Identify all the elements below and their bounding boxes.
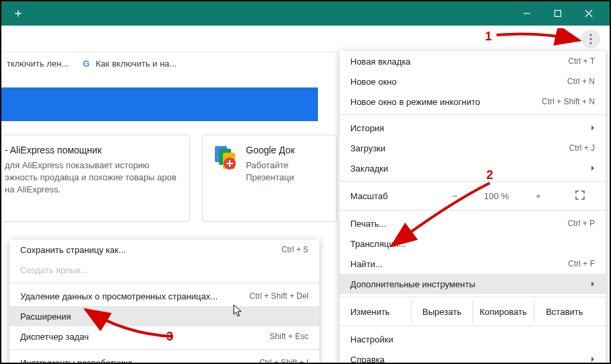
banner-bar <box>0 87 318 121</box>
main-menu-button[interactable] <box>581 30 600 48</box>
new-tab-button[interactable] <box>8 3 28 24</box>
extension-card[interactable]: Google Док РаботайтеПрезентаци <box>202 135 337 222</box>
menu-item-more-tools[interactable]: Дополнительные инструменты <box>340 274 606 294</box>
submenu-item-create-shortcut: Создать ярлык... <box>9 260 319 280</box>
svg-rect-9 <box>229 160 230 167</box>
fullscreen-icon[interactable] <box>565 190 595 202</box>
card-title: - AliExpress помощник <box>5 145 180 155</box>
close-button[interactable] <box>573 1 604 26</box>
menu-item-new-window[interactable]: Новое окноCtrl + N <box>340 71 606 92</box>
more-tools-submenu: Сохранить страницу как...Ctrl + S Создат… <box>9 240 319 364</box>
menu-item-edit-row: Изменить Вырезать Копировать Вставить <box>340 300 606 323</box>
chevron-right-icon <box>591 279 595 289</box>
chevron-right-icon <box>591 355 595 365</box>
menu-divider <box>9 349 319 350</box>
svg-point-3 <box>589 42 591 44</box>
zoom-value: 100 % <box>482 191 511 201</box>
submenu-item-save-as[interactable]: Сохранить страницу как...Ctrl + S <box>9 240 319 260</box>
browser-window: тключить лен... G Как включить и на... -… <box>0 0 611 364</box>
edit-label: Изменить <box>350 307 411 317</box>
card-title: Google Док <box>246 145 327 155</box>
menu-item-incognito[interactable]: Новое окно в режиме инкогнитоCtrl + Shif… <box>340 92 606 112</box>
menu-divider <box>340 326 606 326</box>
main-menu: Новая вкладкаCtrl + T Новое окноCtrl + N… <box>340 51 606 364</box>
bookmark-item[interactable]: G Как включить и на... <box>81 58 176 69</box>
menu-item-help[interactable]: Справка <box>340 349 606 364</box>
svg-point-1 <box>589 34 591 36</box>
copy-button[interactable]: Копировать <box>472 300 534 323</box>
menu-item-zoom: Масштаб − 100 % + <box>340 184 606 207</box>
menu-item-downloads[interactable]: ЗагрузкиCtrl + J <box>340 138 606 158</box>
card-description: для AliExpress показывает историю эжност… <box>5 159 180 196</box>
menu-item-print[interactable]: Печать...Ctrl + P <box>340 213 606 233</box>
menu-item-bookmarks[interactable]: Закладки <box>340 158 606 178</box>
maximize-button[interactable] <box>542 1 573 26</box>
submenu-item-dev-tools[interactable]: Инструменты разработчикаCtrl + Shift + I <box>9 353 319 364</box>
menu-divider <box>340 114 606 115</box>
chevron-right-icon <box>591 163 595 174</box>
bookmark-label: тключить лен... <box>7 59 69 69</box>
menu-item-new-tab[interactable]: Новая вкладкаCtrl + T <box>340 51 606 71</box>
menu-divider <box>340 210 606 211</box>
menu-item-settings[interactable]: Настройки <box>340 329 606 349</box>
callout-1: 1 <box>485 30 492 44</box>
zoom-label: Масштаб <box>350 191 388 201</box>
menu-divider <box>340 297 606 297</box>
google-g-icon: G <box>81 58 92 69</box>
cut-button[interactable]: Вырезать <box>411 300 472 323</box>
callout-2: 2 <box>486 168 493 182</box>
submenu-item-clear-browsing-data[interactable]: Удаление данных о просмотренных страница… <box>9 286 319 306</box>
svg-rect-0 <box>555 11 561 17</box>
menu-item-find[interactable]: Найти...Ctrl + F <box>340 254 606 274</box>
toolbar <box>1 26 610 52</box>
menu-item-history[interactable]: История <box>340 118 606 138</box>
menu-divider <box>340 181 606 182</box>
tab-strip <box>1 3 511 24</box>
cursor-icon <box>233 304 244 318</box>
card-description: РаботайтеПрезентаци <box>246 159 327 184</box>
minimize-button[interactable] <box>511 1 542 26</box>
bookmark-item[interactable]: тключить лен... <box>7 59 69 69</box>
menu-divider <box>9 283 319 283</box>
callout-3: 3 <box>166 330 173 344</box>
title-bar <box>1 1 610 26</box>
window-controls <box>511 1 604 26</box>
svg-point-2 <box>589 38 591 40</box>
submenu-item-task-manager[interactable]: Диспетчер задачShift + Esc <box>9 326 319 347</box>
extension-card[interactable]: - AliExpress помощник для AliExpress пок… <box>0 135 190 222</box>
paste-button[interactable]: Вставить <box>534 300 595 323</box>
chevron-right-icon <box>591 123 595 133</box>
zoom-in-button[interactable]: + <box>523 191 553 201</box>
zoom-out-button[interactable]: − <box>440 191 470 201</box>
bookmark-star-icon[interactable] <box>556 31 569 47</box>
bookmark-label: Как включить и на... <box>96 59 176 69</box>
submenu-item-extensions[interactable]: Расширения <box>9 306 319 326</box>
menu-item-cast[interactable]: Трансляция... <box>340 233 606 254</box>
google-docs-icon <box>212 145 239 172</box>
